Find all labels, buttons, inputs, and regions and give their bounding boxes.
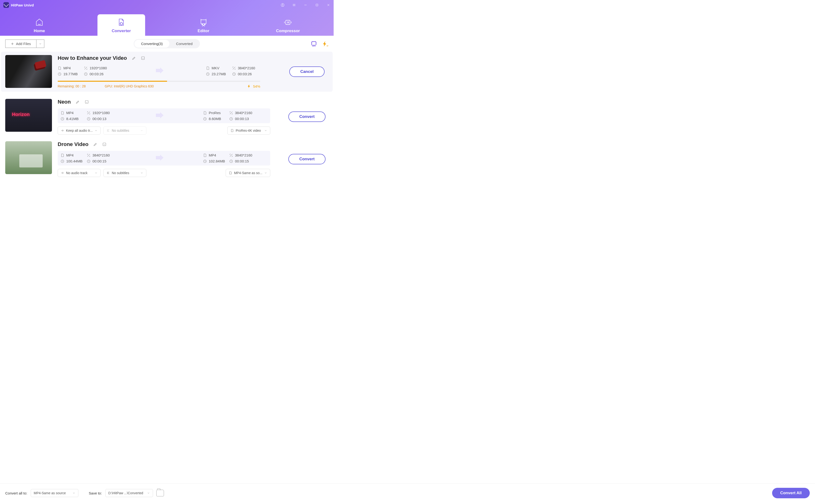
sub-tab-converting[interactable]: Converting(3) bbox=[134, 40, 169, 48]
account-icon[interactable] bbox=[281, 3, 284, 7]
action-col: Convert bbox=[285, 99, 328, 135]
sub-tab-converted[interactable]: Converted bbox=[169, 40, 199, 48]
item-title-row: Neon bbox=[58, 99, 270, 105]
file-icon bbox=[230, 129, 234, 132]
src-format: MP4 bbox=[61, 111, 87, 115]
header: HitPaw Univd Home Converter Editor Compr… bbox=[0, 0, 333, 36]
menu-icon[interactable] bbox=[292, 3, 296, 7]
chevron-down-icon bbox=[264, 171, 267, 174]
progress-info: Remaining: 00 : 28 GPU: Intel(R) UHD Gra… bbox=[58, 84, 260, 88]
audio-select[interactable]: Keep all audio tr... bbox=[58, 126, 101, 135]
video-thumbnail[interactable] bbox=[5, 55, 52, 88]
nav-home[interactable]: Home bbox=[20, 14, 59, 36]
nav-converter-label: Converter bbox=[112, 29, 131, 33]
dst-size: 23.27MB bbox=[206, 72, 232, 76]
src-size: 8.41MB bbox=[61, 117, 87, 121]
src-resolution: 3840*2160 bbox=[87, 153, 125, 157]
chevron-down-icon bbox=[95, 129, 97, 132]
arrow-icon bbox=[155, 154, 164, 162]
selects-row: Keep all audio tr... No subtitles ProRes… bbox=[58, 126, 270, 135]
edit-icon[interactable] bbox=[93, 142, 97, 146]
app-title: HitPaw Univd bbox=[11, 3, 34, 7]
minimize-icon[interactable] bbox=[303, 3, 307, 7]
item-body: Drone Video MP4 3840*2160 100.44MB 00:00… bbox=[58, 141, 270, 177]
subtitle-icon bbox=[106, 171, 110, 175]
gpu-label: GPU: Intel(R) UHD Graphics 630 bbox=[105, 84, 154, 88]
src-duration: 00:00:15 bbox=[87, 159, 125, 163]
spec-row: MP4 1920*1080 8.41MB 00:00:13 ProRes 384… bbox=[58, 108, 270, 123]
close-icon[interactable] bbox=[326, 3, 330, 7]
nav-compressor[interactable]: Compressor bbox=[262, 14, 314, 36]
info-icon[interactable] bbox=[102, 142, 106, 146]
home-icon bbox=[35, 18, 44, 27]
info-icon[interactable] bbox=[141, 56, 145, 60]
arrow-icon bbox=[155, 112, 164, 120]
remaining-label: Remaining: 00 : 28 bbox=[58, 84, 86, 88]
progress-fill bbox=[58, 81, 167, 82]
svg-point-12 bbox=[204, 24, 205, 25]
src-size: 100.44MB bbox=[61, 159, 87, 163]
edit-icon[interactable] bbox=[76, 100, 80, 104]
compressor-icon bbox=[283, 18, 292, 27]
main-nav: Home Converter Editor Compressor bbox=[0, 10, 333, 36]
subtitle-select[interactable]: No subtitles bbox=[103, 169, 146, 177]
convert-button[interactable]: Convert bbox=[288, 111, 325, 122]
add-files-label: Add Files bbox=[16, 42, 31, 46]
subtitle-select[interactable]: No subtitles bbox=[103, 126, 146, 135]
converter-icon bbox=[117, 18, 126, 27]
plus-icon bbox=[11, 42, 14, 45]
nav-editor[interactable]: Editor bbox=[183, 14, 223, 36]
output-select[interactable]: ProRes-4K video bbox=[227, 126, 270, 135]
item-row: Drone Video MP4 3840*2160 100.44MB 00:00… bbox=[5, 137, 328, 179]
add-files-button[interactable]: Add Files bbox=[5, 40, 36, 48]
action-col: Convert bbox=[285, 141, 328, 177]
chevron-down-icon bbox=[95, 171, 97, 174]
nav-compressor-label: Compressor bbox=[276, 29, 300, 33]
dst-duration: 00:00:15 bbox=[229, 159, 267, 163]
item-title: Drone Video bbox=[58, 141, 88, 147]
toolbar-right: on on bbox=[310, 41, 328, 47]
titlebar: HitPaw Univd bbox=[0, 0, 333, 10]
dst-resolution: 3840*2160 bbox=[229, 111, 267, 115]
bolt-icon bbox=[247, 84, 251, 88]
items-list: How to Enhance your Video MP4 1920*1080 … bbox=[0, 52, 333, 179]
dst-duration: 00:03:26 bbox=[232, 72, 270, 76]
video-thumbnail[interactable] bbox=[5, 99, 52, 132]
toolbar: Add Files Converting(3) Converted on on bbox=[0, 36, 333, 52]
svg-rect-10 bbox=[201, 20, 206, 24]
maximize-icon[interactable] bbox=[315, 3, 319, 7]
percent-box: 54% bbox=[247, 84, 260, 88]
src-format: MP4 bbox=[58, 66, 84, 70]
dst-format: MP4 bbox=[203, 153, 229, 157]
edit-icon[interactable] bbox=[132, 56, 136, 60]
file-icon bbox=[229, 171, 232, 175]
output-select[interactable]: MP4-Same as so... bbox=[226, 169, 270, 177]
src-specs: MP4 3840*2160 100.44MB 00:00:15 bbox=[61, 153, 125, 163]
dst-resolution: 3840*2160 bbox=[229, 153, 267, 157]
lightning-icon[interactable]: on bbox=[321, 41, 328, 47]
svg-point-11 bbox=[202, 24, 202, 25]
dst-specs: ProRes 3840*2160 8.60MB 00:00:13 bbox=[203, 111, 267, 121]
arrow-icon bbox=[155, 67, 164, 75]
audio-select[interactable]: No audio track bbox=[58, 169, 101, 177]
audio-icon bbox=[61, 171, 64, 175]
nav-converter[interactable]: Converter bbox=[97, 14, 145, 36]
info-icon[interactable] bbox=[85, 100, 89, 104]
dst-size: 8.60MB bbox=[203, 117, 229, 121]
subtitle-icon bbox=[106, 129, 110, 132]
progress-bar bbox=[58, 81, 260, 82]
cancel-button[interactable]: Cancel bbox=[289, 66, 324, 77]
src-duration: 00:03:26 bbox=[84, 72, 122, 76]
src-resolution: 1920*1080 bbox=[84, 66, 122, 70]
item-body: Neon MP4 1920*1080 8.41MB 00:00:13 ProRe… bbox=[58, 99, 270, 135]
convert-button[interactable]: Convert bbox=[288, 154, 325, 164]
svg-text:on: on bbox=[326, 45, 328, 47]
dst-format: ProRes bbox=[203, 111, 229, 115]
chevron-down-icon bbox=[39, 42, 42, 45]
hardware-accel-icon[interactable]: on bbox=[310, 41, 317, 47]
add-files-dropdown[interactable] bbox=[36, 40, 44, 48]
video-thumbnail[interactable] bbox=[5, 141, 52, 174]
dst-specs: MKV 3840*2160 23.27MB 00:03:26 bbox=[206, 66, 270, 76]
svg-rect-6 bbox=[316, 4, 318, 6]
percent-label: 54% bbox=[253, 84, 260, 88]
